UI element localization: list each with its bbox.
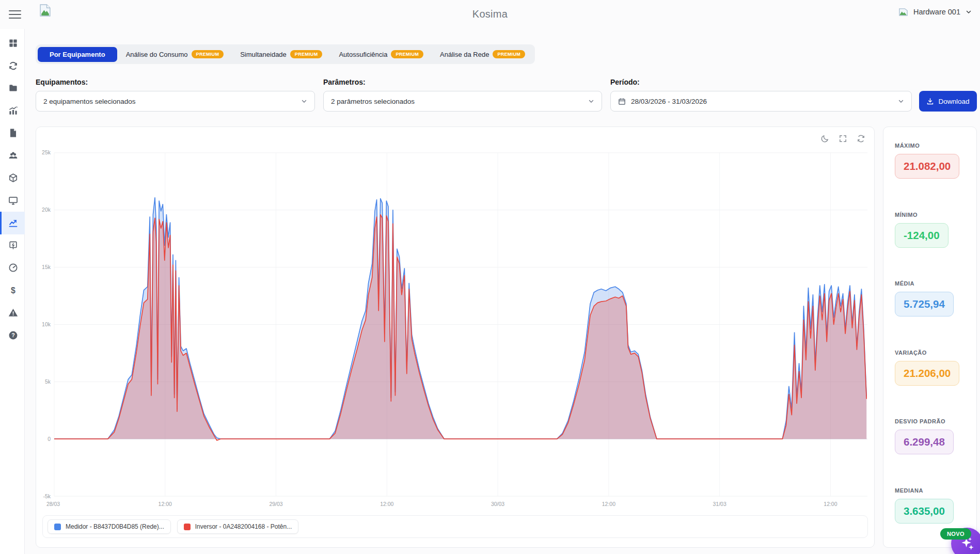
chevron-down-icon [966,9,972,15]
svg-text:12:00: 12:00 [602,501,615,507]
sidebar-item-gauge[interactable] [0,257,25,279]
stat-value: 6.299,48 [895,430,954,454]
sidebar: $ ? [0,29,25,554]
svg-text:20k: 20k [42,207,51,213]
inversor-series-swatch [184,524,191,530]
topbar: Kosima Hardware 001 [0,0,980,29]
stat-variacao: VARIAÇÃO 21.206,00 [895,350,965,386]
premium-badge: PREMIUM [391,50,423,58]
premium-badge: PREMIUM [290,50,323,58]
stat-label: MÉDIA [895,280,965,287]
tab-analise-do-consumo[interactable]: Análise do Consumo PREMIUM [118,46,232,62]
legend-item-medidor[interactable]: Medidor - B8437D0B4D85 (Rede)... [48,519,171,534]
stat-value: 21.206,00 [895,361,959,386]
medidor-series-swatch [54,524,61,530]
svg-text:12:00: 12:00 [380,501,393,507]
chart-toolbar [819,133,866,144]
tab-simultaneidade[interactable]: Simultaneidade PREMIUM [232,46,330,62]
equipment-select-value: 2 equipamentos selecionados [43,98,296,105]
sidebar-item-dashboard[interactable] [0,32,25,55]
page-title: Kosima [0,8,980,20]
sidebar-item-documents[interactable] [0,122,25,145]
tab-label: Análise da Rede [440,51,489,58]
folder-icon [8,83,18,93]
stat-label: MÍNIMO [895,212,965,218]
tab-label: Por Equipamento [50,51,105,58]
energy-board-icon [8,241,18,250]
equipment-label: Equipamentos: [36,78,315,86]
broken-avatar-image [898,7,908,17]
chart-legend: Medidor - B8437D0B4D85 (Rede)... Inverso… [42,515,868,538]
sidebar-item-billing[interactable]: $ [0,279,25,302]
line-chart-icon [8,218,18,228]
sidebar-item-energy-board[interactable] [0,234,25,257]
gauge-icon [8,263,18,273]
svg-text:12:00: 12:00 [824,501,837,507]
svg-text:12:00: 12:00 [159,501,172,507]
download-button[interactable]: Download [919,91,977,112]
sync-icon [8,61,18,71]
sidebar-item-sync[interactable] [0,55,25,77]
document-icon [8,128,18,138]
period-select[interactable]: 28/03/2026 - 31/03/2026 [610,91,912,112]
stat-value: -124,00 [895,223,949,248]
svg-text:25k: 25k [42,150,51,155]
bar-chart-growth-icon [8,106,18,116]
parameters-select[interactable]: 2 parâmetros selecionados [323,91,602,112]
tab-label: Autossuficiência [339,51,387,58]
device-selector[interactable]: Hardware 001 [898,7,972,17]
refresh-icon[interactable] [856,133,866,144]
stat-value: 21.082,00 [895,154,959,179]
svg-text:0: 0 [48,436,51,442]
legend-label: Medidor - B8437D0B4D85 (Rede)... [66,523,164,530]
sidebar-item-alerts[interactable] [0,302,25,324]
stat-label: MEDIANA [895,487,965,494]
download-icon [926,98,934,105]
sidebar-item-analytics[interactable] [0,212,25,234]
svg-text:29/03: 29/03 [269,501,282,507]
fullscreen-icon[interactable] [837,133,848,144]
novo-badge: NOVO [940,528,971,540]
tab-autossuficiencia[interactable]: Autossuficiência PREMIUM [331,46,431,62]
svg-text:5k: 5k [45,379,51,385]
timeseries-chart[interactable]: 25k20k15k10k5k0-5k28/0312:0029/0312:0030… [36,127,874,513]
svg-text:?: ? [11,332,15,338]
legend-item-inversor[interactable]: Inversor - 0A2482004168 - Potên... [177,519,298,534]
calendar-icon [618,98,626,105]
cube-icon [8,173,18,183]
chevron-down-icon [301,98,307,104]
stat-desvio-padrao: DESVIO PADRÃO 6.299,48 [895,418,965,454]
sidebar-item-monitoring[interactable] [0,189,25,212]
stat-maximo: MÁXIMO 21.082,00 [895,143,965,179]
premium-badge: PREMIUM [192,50,224,58]
svg-text:31/03: 31/03 [713,501,726,507]
stat-media: MÉDIA 5.725,94 [895,280,965,316]
svg-text:28/03: 28/03 [46,501,60,507]
stat-label: VARIAÇÃO [895,350,965,356]
sidebar-item-assets[interactable] [0,167,25,189]
sidebar-item-help[interactable]: ? [0,324,25,347]
device-name: Hardware 001 [913,8,960,16]
period-value: 28/03/2026 - 31/03/2026 [631,98,893,105]
legend-label: Inversor - 0A2482004168 - Potên... [195,523,292,530]
filters-row: Equipamentos: 2 equipamentos selecionado… [36,78,977,112]
tab-por-equipamento[interactable]: Por Equipamento [38,47,117,62]
chevron-down-icon [898,98,904,104]
stat-label: DESVIO PADRÃO [895,418,965,424]
svg-text:$: $ [11,286,15,295]
tab-label: Análise do Consumo [126,51,188,58]
parameters-select-value: 2 parâmetros selecionados [331,98,583,105]
sidebar-item-folders[interactable] [0,77,25,100]
stat-value: 3.635,00 [895,499,954,524]
warning-icon [8,308,18,318]
monitor-icon [8,196,18,205]
stat-value: 5.725,94 [895,292,954,316]
stat-minimo: MÍNIMO -124,00 [895,212,965,248]
sidebar-item-statistics[interactable] [0,100,25,122]
main-content: Por Equipamento Análise do Consumo PREMI… [25,29,980,554]
svg-text:15k: 15k [42,264,51,270]
tab-analise-da-rede[interactable]: Análise da Rede PREMIUM [432,46,533,62]
sidebar-item-users[interactable] [0,145,25,167]
dark-mode-moon-icon[interactable] [819,133,830,144]
equipment-select[interactable]: 2 equipamentos selecionados [36,91,315,112]
